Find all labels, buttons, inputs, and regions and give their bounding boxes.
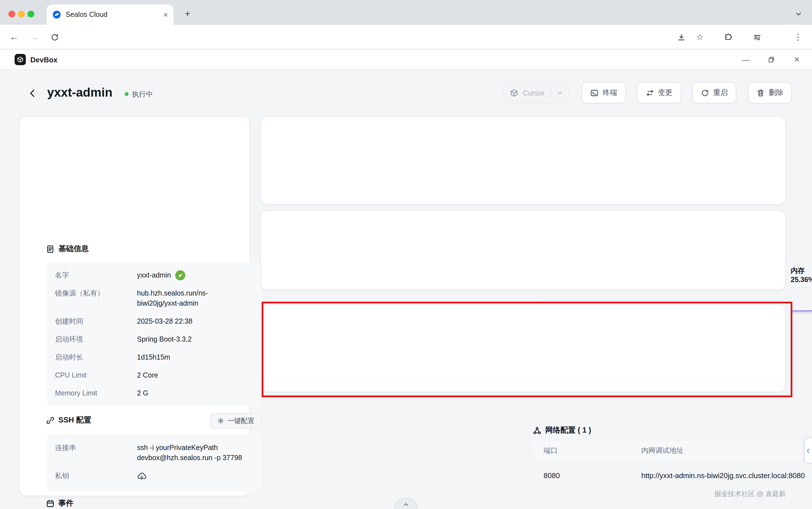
name-value: yxxt-admin — [137, 270, 171, 280]
macos-minimize-button[interactable] — [18, 11, 25, 18]
version-history-card: 版本历史 发布版本 版本号 状态 创建时间 版本描述 操作 v1.0.0 发版成… — [260, 305, 786, 392]
window-restore-icon[interactable] — [764, 53, 778, 66]
window-minimize-icon[interactable]: — — [739, 53, 752, 66]
basic-info-card: 基础信息 名字 yxxt-admin 镜像源（私有） hub.hzh.sealo… — [19, 116, 250, 496]
page-title: yxxt-admin — [47, 86, 112, 100]
browser-toolbar: ← → hzh.sealos.run/?s=bd-sealos-marketin… — [0, 25, 812, 49]
connection-line1: ssh -i yourPrivateKeyPath — [137, 443, 242, 453]
restart-icon — [701, 89, 709, 97]
col-port: 端口 — [543, 446, 641, 455]
calendar-icon — [46, 499, 55, 508]
ssh-header: SSH 配置 — [46, 415, 91, 425]
basic-info-box: 名字 yxxt-admin 镜像源（私有） hub.hzh.sealos.run… — [47, 262, 262, 406]
port-cell: 8080 — [543, 471, 641, 479]
image-source-line1: hub.hzh.sealos.run/ns- — [137, 288, 208, 298]
screen: Sealos Cloud × + ← → hzh.sealos.run/?s=b… — [0, 0, 812, 509]
status-badge: 执行中 — [132, 90, 153, 99]
env-value: Spring Boot-3.3.2 — [137, 334, 192, 344]
tab-close-icon[interactable]: × — [164, 10, 168, 19]
devbox-window-titlebar: DevBox — × — [0, 49, 812, 70]
ssh-config-button-label: 一键配置 — [227, 416, 254, 426]
reload-icon[interactable] — [47, 30, 62, 44]
basic-info-header: 基础信息 — [46, 244, 89, 254]
network-header: 网络配置 ( 1 ) — [533, 425, 591, 435]
ssh-box: 连接串 ssh -i yourPrivateKeyPath devbox@hzh… — [47, 434, 262, 491]
document-icon — [46, 245, 55, 253]
monitoring-card: 实时监控 (更新时间 14:22) CPU 0.10% 内存25.36% — [260, 116, 786, 204]
bookmark-star-icon[interactable]: ☆ — [693, 30, 707, 44]
internal-address-cell[interactable]: http://yxxt-admin.ns-biwi20jg.svc.cluste… — [641, 471, 812, 479]
image-source-label: 镜像源（私有） — [55, 288, 137, 298]
created-label: 创建时间 — [55, 316, 137, 327]
created-value: 2025-03-28 22:38 — [137, 316, 192, 327]
env-label: 启动环境 — [55, 334, 137, 344]
ssh-row-connection: 连接串 ssh -i yourPrivateKeyPath devbox@hzh… — [55, 439, 254, 467]
uptime-value: 1d15h15m — [137, 352, 170, 362]
devbox-logo-icon — [14, 54, 26, 65]
terminal-button-label: 终端 — [603, 88, 617, 98]
new-tab-button[interactable]: + — [181, 7, 194, 21]
info-row-cpu-limit: CPU Limit 2 Core — [55, 366, 254, 384]
connection-label: 连接串 — [55, 443, 137, 453]
download-icon[interactable] — [674, 30, 689, 44]
change-button-label: 变更 — [658, 88, 672, 98]
spring-boot-icon — [175, 270, 186, 280]
image-source-line2: biwi20jg/yxxt-admin — [137, 298, 208, 308]
ide-selector-label: Cursor — [523, 89, 546, 97]
ssh-config-button[interactable]: 一键配置 — [210, 413, 262, 429]
info-row-memory-limit: Memory Limit 2 G — [55, 384, 254, 402]
side-panel-collapse-handle[interactable] — [804, 438, 812, 464]
sealos-favicon — [52, 10, 61, 19]
info-row-created: 创建时间 2025-03-28 22:38 — [55, 312, 254, 330]
back-icon[interactable]: ← — [7, 30, 21, 44]
terminal-button[interactable]: 终端 — [582, 82, 626, 103]
network-nodes-icon — [533, 426, 541, 435]
tab-title: Sealos Cloud — [66, 11, 159, 19]
info-row-env: 启动环境 Spring Boot-3.3.2 — [55, 330, 254, 348]
forward-icon: → — [27, 30, 41, 44]
browser-tab-strip: Sealos Cloud × + — [0, 0, 812, 25]
media-controls-icon[interactable] — [750, 30, 764, 44]
browser-menu-kebab-icon[interactable]: ⋮ — [791, 30, 805, 44]
info-row-image: 镜像源（私有） hub.hzh.sealos.run/ns- biwi20jg/… — [55, 284, 254, 312]
change-button[interactable]: 变更 — [637, 82, 681, 103]
private-key-download-icon[interactable] — [137, 471, 147, 481]
gear-icon — [217, 417, 224, 424]
divider — [551, 88, 552, 98]
restart-button[interactable]: 重启 — [693, 82, 736, 103]
events-header: 事件 — [46, 498, 74, 508]
swap-arrows-icon — [645, 89, 654, 97]
cpu-limit-label: CPU Limit — [55, 370, 137, 380]
chevron-down-icon[interactable] — [556, 89, 563, 96]
info-row-uptime: 启动时长 1d15h15m — [55, 348, 254, 366]
tab-search-chevron-icon[interactable] — [792, 7, 805, 21]
macos-zoom-button[interactable] — [28, 11, 34, 18]
memory-chart — [791, 280, 812, 315]
ide-selector-button[interactable]: Cursor — [503, 82, 569, 103]
network-table-header: 端口 内网调试地址 公网调试地址 — [533, 441, 812, 460]
delete-button-label: 删除 — [769, 88, 783, 98]
name-label: 名字 — [55, 270, 137, 280]
extensions-puzzle-icon[interactable] — [720, 30, 735, 44]
info-row-name: 名字 yxxt-admin — [55, 266, 254, 284]
window-title: DevBox — [30, 56, 58, 64]
browser-tab[interactable]: Sealos Cloud × — [47, 4, 174, 25]
back-chevron-button[interactable] — [26, 87, 39, 100]
link-icon — [46, 416, 55, 425]
ssh-row-private-key: 私钥 — [55, 467, 254, 485]
cpu-limit-value: 2 Core — [137, 370, 158, 380]
network-card: 网络配置 ( 1 ) 端口 内网调试地址 公网调试地址 8080 http://… — [260, 210, 786, 290]
cursor-cube-icon — [510, 89, 518, 97]
events-title: 事件 — [59, 498, 74, 508]
delete-button[interactable]: 删除 — [748, 82, 792, 103]
uptime-label: 启动时长 — [55, 352, 137, 362]
basic-info-title: 基础信息 — [59, 244, 89, 254]
ssh-title: SSH 配置 — [59, 415, 91, 425]
macos-close-button[interactable] — [8, 11, 15, 18]
memory-limit-label: Memory Limit — [55, 388, 137, 398]
network-table-row: 8080 http://yxxt-admin.ns-biwi20jg.svc.c… — [533, 460, 812, 490]
connection-line2: devbox@hzh.sealos.run -p 37798 — [137, 453, 242, 463]
private-key-label: 私钥 — [55, 471, 137, 481]
window-close-icon[interactable]: × — [790, 53, 804, 66]
restart-button-label: 重启 — [713, 88, 728, 98]
